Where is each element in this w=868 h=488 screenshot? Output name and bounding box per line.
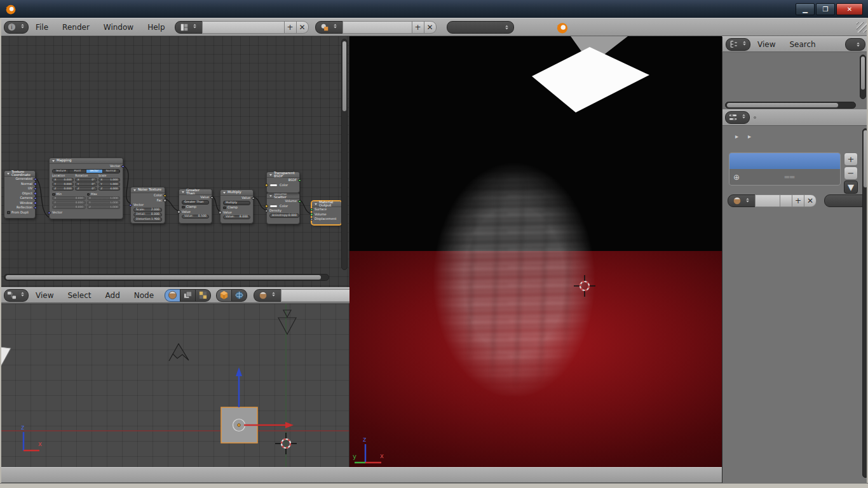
material-specials-button[interactable]: ▼: [844, 180, 858, 194]
material-slot-empty[interactable]: ⊕ ══: [729, 169, 840, 185]
node-title[interactable]: Volume Scatter: [267, 193, 299, 199]
node-greater-than[interactable]: Greater ThanValueGreater ThanClampValueV…: [179, 189, 212, 224]
data-source-select[interactable]: [824, 194, 868, 207]
input-socket[interactable]: [177, 210, 180, 214]
node-title[interactable]: Material Output: [312, 201, 341, 207]
color-swatch[interactable]: [269, 205, 278, 208]
editor-type-button-info[interactable]: i: [4, 21, 29, 34]
input-socket[interactable]: [265, 184, 268, 187]
checkbox[interactable]: [7, 211, 10, 214]
outliner-menu-search[interactable]: Search: [782, 40, 822, 49]
shader-nodes-button[interactable]: [165, 289, 180, 302]
node-field-anisotropy[interactable]: Anisotropy:0.000: [269, 214, 299, 218]
output-socket[interactable]: [121, 165, 125, 168]
add-slot-inline-icon[interactable]: ⊕: [733, 173, 740, 182]
node-field-min-x[interactable]: X0.000: [52, 196, 86, 200]
outliner-filter-select[interactable]: [845, 38, 865, 51]
screen-layout-browse-button[interactable]: [175, 21, 203, 34]
input-socket[interactable]: [310, 213, 313, 216]
maximize-button[interactable]: ❐: [816, 3, 835, 15]
output-socket[interactable]: [210, 196, 214, 200]
node-editor-menu-view[interactable]: View: [29, 291, 60, 300]
output-socket[interactable]: [298, 200, 301, 203]
scene-name-field[interactable]: [342, 21, 412, 34]
node-multiply[interactable]: MultiplyValueMultiplyClampValueValue:8.0…: [220, 189, 254, 224]
material-name-field[interactable]: [281, 289, 349, 302]
material-slot-selected[interactable]: [729, 153, 840, 169]
shader-type-object-button[interactable]: [216, 289, 232, 302]
mapping-type-point[interactable]: Point: [69, 170, 86, 173]
output-socket[interactable]: [163, 199, 166, 202]
node-operation-select[interactable]: Greater Than: [182, 200, 209, 205]
fake-user-button[interactable]: [780, 194, 792, 207]
node-field-scale[interactable]: Scale:2.000: [133, 208, 162, 212]
node-title[interactable]: Multiply: [220, 190, 253, 196]
material-browse-button[interactable]: [254, 289, 281, 302]
node-title[interactable]: Transparent BSDF: [267, 172, 299, 178]
output-socket[interactable]: [298, 179, 301, 182]
output-socket[interactable]: [34, 182, 37, 186]
close-button[interactable]: ✕: [836, 3, 863, 15]
editor-type-button-outliner[interactable]: [726, 38, 750, 51]
viewport-left-canvas[interactable]: z x: [0, 303, 349, 467]
node-field-rotation-x[interactable]: X0°: [75, 178, 97, 182]
node-field-max-z[interactable]: Z1.000: [87, 205, 121, 209]
outliner-menu-view[interactable]: View: [750, 40, 782, 49]
checkbox[interactable]: [223, 207, 226, 210]
mapping-type-normal[interactable]: Normal: [103, 170, 119, 173]
output-socket[interactable]: [34, 201, 37, 205]
info-menu-render[interactable]: Render: [55, 23, 97, 32]
info-menu-window[interactable]: Window: [97, 23, 140, 32]
node-title[interactable]: Greater Than: [179, 189, 212, 195]
checkbox[interactable]: [182, 206, 185, 209]
editor-type-button-properties[interactable]: [725, 111, 750, 124]
input-socket[interactable]: [310, 208, 313, 212]
node-field-distortion[interactable]: Distortion:1.900: [133, 217, 162, 222]
node-texture-coordinate[interactable]: Texture CoordinateGeneratedNormalUVObjec…: [4, 170, 36, 219]
node-field-location-y[interactable]: Y0.000: [52, 182, 74, 186]
add-material-slot-button[interactable]: +: [844, 152, 858, 166]
node-vscrollbar[interactable]: [341, 39, 348, 270]
output-socket[interactable]: [252, 197, 255, 200]
material-name-field[interactable]: [755, 194, 780, 207]
node-editor-menu-node[interactable]: Node: [127, 291, 161, 300]
node-field-scale-x[interactable]: X1.000: [98, 178, 120, 182]
node-editor-menu-select[interactable]: Select: [60, 291, 98, 300]
node-transparent-bsdf[interactable]: Transparent BSDFBSDFColor: [266, 172, 300, 193]
input-socket[interactable]: [265, 210, 268, 213]
node-title[interactable]: Noise Texture: [131, 187, 165, 193]
add-scene-button[interactable]: +: [412, 21, 424, 34]
outliner-hscrollbar[interactable]: [725, 102, 856, 109]
node-field-value[interactable]: Value:0.500: [182, 215, 209, 219]
mapping-type-vector[interactable]: Vector: [86, 170, 103, 173]
node-mapping[interactable]: MappingVectorTexturePointVectorNormalLoc…: [49, 158, 123, 219]
node-field-scale-y[interactable]: Y1.000: [98, 182, 120, 186]
compositing-nodes-button[interactable]: [180, 289, 196, 302]
color-swatch[interactable]: [269, 184, 278, 187]
remove-material-slot-button[interactable]: −: [844, 166, 858, 180]
node-editor-canvas[interactable]: Material OutputSurfaceVolumeDisplacement…: [0, 36, 349, 287]
mapping-type-texture[interactable]: Texture: [53, 170, 69, 173]
node-field-value[interactable]: Value:8.000: [223, 215, 250, 220]
output-socket[interactable]: [34, 192, 37, 195]
screen-layout-name-field[interactable]: [202, 21, 285, 34]
delete-scene-button[interactable]: ✕: [424, 21, 437, 34]
node-field-location-z[interactable]: Z0.000: [52, 187, 74, 191]
output-socket[interactable]: [34, 207, 37, 210]
node-field-min-y[interactable]: Y0.000: [52, 201, 86, 205]
node-field-min-z[interactable]: Z0.000: [52, 205, 86, 209]
node-operation-select[interactable]: Multiply: [223, 201, 250, 205]
output-socket[interactable]: [34, 187, 37, 191]
add-layout-button[interactable]: +: [284, 21, 297, 34]
input-socket[interactable]: [219, 211, 222, 214]
material-browse-button[interactable]: [728, 194, 756, 207]
input-socket[interactable]: [265, 205, 268, 208]
node-title[interactable]: Texture Coordinate: [4, 171, 35, 177]
list-resize-grip[interactable]: ══: [785, 173, 795, 182]
info-menu-help[interactable]: Help: [140, 23, 172, 32]
checkbox[interactable]: [52, 193, 55, 196]
node-field-rotation-z[interactable]: Z0°: [75, 187, 97, 191]
node-field-max-x[interactable]: X1.000: [87, 196, 121, 200]
node-field-rotation-y[interactable]: Y0°: [75, 182, 97, 186]
node-title[interactable]: Mapping: [50, 158, 123, 164]
